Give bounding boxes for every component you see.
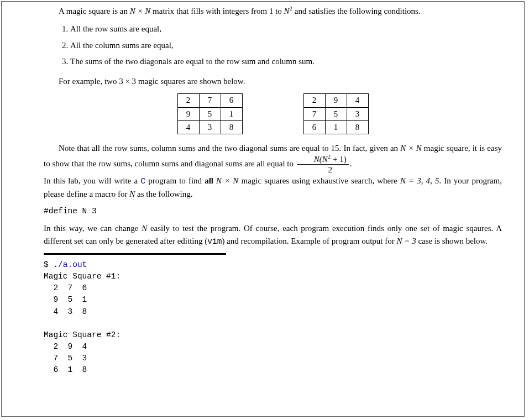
cell: 5 <box>325 107 347 120</box>
shell-prompt: $ <box>44 260 53 269</box>
text: magic squares using exhaustive search, w… <box>238 176 400 185</box>
cell: 7 <box>303 107 325 120</box>
text: In this lab, you will write a <box>44 176 140 185</box>
define-macro: #define N 3 <box>44 205 502 217</box>
condition-item: The sums of the two diagonals are equal … <box>70 54 502 70</box>
shell-command: ./a.out <box>53 260 87 269</box>
cell: 4 <box>177 120 199 134</box>
math-n-by-n: N × N <box>130 7 151 15</box>
cell: 3 <box>199 120 221 134</box>
cell: 8 <box>347 120 368 134</box>
text: program to find <box>145 176 205 185</box>
condition-item: All the row sums are equal, <box>70 21 502 37</box>
cell: 7 <box>199 94 221 107</box>
math-n: N <box>129 190 135 198</box>
note-paragraph: Note that all the row sums, column sums … <box>44 142 502 201</box>
cell: 6 <box>303 120 325 134</box>
conditions-list: All the row sums are equal, All the colu… <box>44 21 502 70</box>
cell: 2 <box>303 94 325 107</box>
code-inline: vim <box>207 237 222 246</box>
text: matrix that fills with integers from 1 t… <box>150 7 284 15</box>
math-fraction: N(N2 + 1)2 <box>297 155 349 175</box>
text: as the following. <box>135 190 192 198</box>
way-paragraph: In this way, we can change N easily to t… <box>44 222 502 248</box>
math-dim: 3 × 3 <box>119 77 136 86</box>
text: For example, two <box>59 77 119 86</box>
example-intro: For example, two 3 × 3 magic squares are… <box>44 75 502 88</box>
magic-square-1: 276 951 438 <box>177 93 243 134</box>
text: and satisfies the following conditions. <box>292 7 421 15</box>
math-n-values: N = 3, 4, 5 <box>400 176 439 185</box>
intro-paragraph: A magic square is an N × N matrix that f… <box>44 5 502 18</box>
code-inline: C <box>140 177 145 186</box>
math-n: N <box>142 224 147 233</box>
output-block: $ ./a.out Magic Square #1: 2 7 6 9 5 1 4… <box>44 253 226 375</box>
magic-square-2: 294 753 618 <box>303 93 369 134</box>
text: Note that all the row sums, column sums … <box>59 144 400 153</box>
cell: 6 <box>221 94 242 107</box>
document-page: { "intro": { "line1_a": "A magic square … <box>1 1 525 417</box>
cell: 5 <box>199 107 221 120</box>
program-output: Magic Square #1: 2 7 6 9 5 1 4 3 8 Magic… <box>44 272 121 374</box>
bold-text: all <box>205 176 213 185</box>
terminal-output: $ ./a.out Magic Square #1: 2 7 6 9 5 1 4… <box>44 259 226 375</box>
text: ) and recompilation. Example of program … <box>222 237 396 245</box>
text: case is shown below. <box>416 237 488 245</box>
cell: 1 <box>221 107 242 120</box>
math-n-squared: N2 <box>284 7 292 15</box>
text: . <box>350 159 352 168</box>
math-n-eq: N = 3 <box>397 237 416 245</box>
cell: 9 <box>177 107 199 120</box>
cell: 3 <box>347 107 368 120</box>
text: magic squares are shown below. <box>136 77 245 86</box>
math-n-by-n: N × N <box>216 176 238 185</box>
cell: 1 <box>325 120 347 134</box>
cell: 9 <box>325 94 347 107</box>
condition-item: All the column sums are equal, <box>70 38 502 54</box>
math-n-by-n: N × N <box>400 144 421 153</box>
text: A magic square is an <box>59 7 130 15</box>
cell: 4 <box>347 94 368 107</box>
magic-square-tables: 276 951 438 294 753 618 <box>44 93 502 134</box>
text: In this way, we can change <box>44 224 142 233</box>
cell: 8 <box>221 120 242 134</box>
cell: 2 <box>177 94 199 107</box>
